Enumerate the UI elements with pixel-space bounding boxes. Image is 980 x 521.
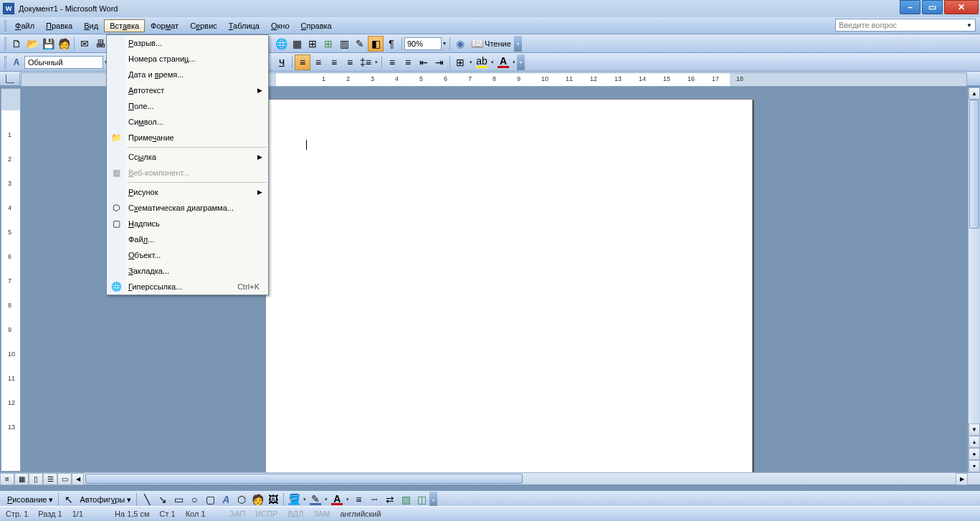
arrow-style-button[interactable]: ⇄ [382,492,398,507]
menu-item-object[interactable]: Объект... [107,247,268,263]
show-formatting-button[interactable]: ¶ [384,36,399,52]
line-style-button[interactable]: ≡ [351,492,366,507]
diagram-button[interactable]: ⬡ [234,492,249,507]
menu-item-date-time[interactable]: Дата и время... [107,67,268,82]
open-button[interactable]: 📂 [24,36,40,52]
menu-item-file[interactable]: Файл... [107,231,268,247]
permissions-button[interactable]: 🧑 [56,36,72,52]
web-view-button[interactable]: ▦ [14,473,29,485]
insert-picture-button[interactable]: 🖼 [265,492,281,507]
styles-pane-button[interactable]: A [9,54,24,70]
scroll-thumb[interactable] [969,100,979,229]
menu-item-bookmark[interactable]: Закладка... [107,263,268,279]
dropdown-icon[interactable]: ▾ [468,59,474,65]
toolbar-overflow-button[interactable]: ▾ [514,36,522,52]
menu-help[interactable]: Справка [295,19,338,32]
menu-item-page-numbers[interactable]: Номера страниц... [107,51,268,67]
browse-object-button[interactable]: ● [969,448,980,460]
font-color-button[interactable]: A [495,54,511,70]
insert-table-button[interactable]: ⊞ [305,36,320,52]
scroll-down-button[interactable]: ▼ [969,424,980,436]
doc-map-button[interactable]: ◧ [368,36,384,52]
hyperlink-button[interactable]: 🌐 [273,36,289,52]
menu-item-break[interactable]: Разрыв... [107,35,268,51]
vertical-scrollbar[interactable]: ▲ ▼ ▴ ● ▾ [968,87,980,472]
underline-button[interactable]: Ч [274,54,290,70]
align-right-button[interactable]: ≡ [326,54,342,70]
3d-button[interactable]: ◫ [414,492,429,507]
oval-tool-button[interactable]: ○ [186,492,202,507]
menu-item-autotext[interactable]: Автотекст▶ [107,82,268,98]
document-page[interactable] [265,99,753,472]
rectangle-tool-button[interactable]: ▭ [171,492,186,507]
close-button[interactable]: ✕ [944,0,979,14]
shadow-button[interactable]: ▨ [398,492,414,507]
status-rec[interactable]: ЗАП [230,510,256,518]
align-left-button[interactable]: ≡ [295,54,310,70]
hscroll-track[interactable] [85,473,968,484]
status-ovr[interactable]: ЗАМ [313,510,340,518]
toolbar-overflow-button[interactable]: ▾ [429,492,437,507]
maximize-button[interactable]: ▭ [922,0,943,14]
menu-window[interactable]: Окно [265,19,295,32]
zoom-dropdown-icon[interactable]: ▼ [442,41,447,46]
select-objects-button[interactable]: ↖ [61,492,77,507]
menu-item-field[interactable]: Поле... [107,98,268,114]
print-view-button[interactable]: ▯ [29,473,43,485]
help-button[interactable]: ◉ [452,36,468,52]
textbox-tool-button[interactable]: ▢ [202,492,218,507]
line-color-button[interactable]: ✎ [308,492,323,507]
bullet-list-button[interactable]: ≡ [400,54,416,70]
vertical-ruler[interactable]: 12345678910111213 [1,88,21,472]
menu-item-symbol[interactable]: Символ... [107,114,268,130]
menu-view[interactable]: Вид [78,19,104,32]
menu-item-comment[interactable]: 📁Примечание [107,130,268,145]
prev-page-button[interactable]: ▴ [969,436,980,448]
menu-item-reference[interactable]: Ссылка▶ [107,149,268,165]
justify-button[interactable]: ≡ [342,54,358,70]
wordart-button[interactable]: A [218,492,234,507]
ask-question-box[interactable]: Введите вопрос ▼ [835,19,976,32]
drawing-menu-button[interactable]: Рисование ▾ [4,492,56,507]
menu-format[interactable]: Формат [145,19,184,32]
scroll-up-button[interactable]: ▲ [969,87,980,100]
hscroll-thumb[interactable] [85,474,523,484]
dropdown-icon[interactable]: ▾ [374,59,379,65]
clipart-button[interactable]: 🧑 [249,492,265,507]
menu-table[interactable]: Таблица [223,19,265,32]
menu-item-hyperlink[interactable]: 🌐Гиперссылка...Ctrl+K [107,279,268,295]
minimize-button[interactable]: – [900,0,920,14]
menu-file[interactable]: Файл [9,19,40,32]
reading-layout-button[interactable]: 📖 Чтение [468,36,514,52]
dropdown-icon[interactable]: ▾ [511,59,517,65]
line-tool-button[interactable]: ╲ [139,492,155,507]
outline-view-button[interactable]: ☰ [43,473,57,485]
tab-selector[interactable] [0,72,20,86]
normal-view-button[interactable]: ≡ [0,473,14,485]
status-trk[interactable]: ИСПР [255,510,287,518]
highlight-button[interactable]: ab [474,54,490,70]
email-button[interactable]: ✉ [77,36,92,52]
excel-button[interactable]: ⊞ [320,36,336,52]
tables-borders-button[interactable]: ▦ [289,36,305,52]
dropdown-icon[interactable]: ▾ [302,497,308,502]
zoom-combo[interactable]: 90% [404,37,442,50]
menu-service[interactable]: Сервис [184,19,223,32]
dash-style-button[interactable]: ┄ [366,492,382,507]
reading-view-button[interactable]: ▭ [57,473,72,485]
toolbar-grip[interactable] [4,20,6,32]
menu-insert[interactable]: Вставка [104,19,145,32]
ask-dropdown-icon[interactable]: ▼ [966,22,972,29]
menu-item-picture[interactable]: Рисунок▶ [107,184,268,200]
menu-item-diagram[interactable]: ⬡Схематическая диаграмма... [107,200,268,216]
drawing-toggle-button[interactable]: ✎ [352,36,368,52]
dropdown-icon[interactable]: ▾ [490,59,495,65]
toolbar-overflow-button[interactable]: ▾ [517,54,525,70]
arrow-tool-button[interactable]: ↘ [155,492,171,507]
next-page-button[interactable]: ▾ [969,460,980,472]
borders-button[interactable]: ⊞ [452,54,468,70]
numbered-list-button[interactable]: ≡ [384,54,400,70]
dropdown-icon[interactable]: ▾ [323,497,329,502]
status-ext[interactable]: ВДЛ [287,510,313,518]
scroll-track[interactable] [969,100,980,424]
